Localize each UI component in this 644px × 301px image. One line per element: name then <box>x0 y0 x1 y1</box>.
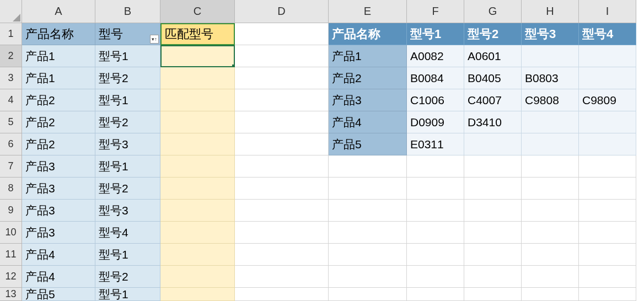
col-header-H[interactable]: H <box>522 0 579 23</box>
cell-E10[interactable] <box>329 222 407 244</box>
cell-H6[interactable] <box>522 133 579 155</box>
cell-G11[interactable] <box>464 244 522 266</box>
cell-E2[interactable]: 产品1 <box>329 45 407 67</box>
row-header-9[interactable]: 9 <box>0 200 22 222</box>
cell-C2-active[interactable] <box>160 45 235 67</box>
col-header-I[interactable]: I <box>579 0 636 23</box>
cell-I3[interactable] <box>579 67 636 89</box>
cell-G2[interactable]: A0601 <box>464 45 522 67</box>
row-header-12[interactable]: 12 <box>0 266 22 288</box>
cell-F12[interactable] <box>407 266 464 288</box>
cell-H7[interactable] <box>522 155 579 178</box>
cell-I1[interactable]: 型号4 <box>579 23 636 45</box>
cell-H2[interactable] <box>522 45 579 67</box>
cell-H1[interactable]: 型号3 <box>522 23 579 45</box>
cell-I10[interactable] <box>579 222 636 244</box>
col-header-C[interactable]: C <box>160 0 235 23</box>
cell-E12[interactable] <box>329 266 407 288</box>
cell-F1[interactable]: 型号1 <box>407 23 464 45</box>
row-header-5[interactable]: 5 <box>0 111 22 133</box>
cell-B8[interactable]: 型号2 <box>95 178 160 200</box>
cell-C3[interactable] <box>160 67 235 89</box>
cell-D5[interactable] <box>235 111 329 133</box>
cell-C11[interactable] <box>160 244 235 266</box>
cell-I8[interactable] <box>579 178 636 200</box>
cell-D9[interactable] <box>235 200 329 222</box>
col-header-B[interactable]: B <box>95 0 160 23</box>
cell-I12[interactable] <box>579 266 636 288</box>
col-header-D[interactable]: D <box>235 0 329 23</box>
cell-I7[interactable] <box>579 155 636 178</box>
cell-B9[interactable]: 型号3 <box>95 200 160 222</box>
cell-D8[interactable] <box>235 178 329 200</box>
cell-H11[interactable] <box>522 244 579 266</box>
cell-D6[interactable] <box>235 133 329 155</box>
row-header-7[interactable]: 7 <box>0 155 22 178</box>
cell-D13[interactable] <box>235 288 329 301</box>
select-all-corner[interactable] <box>0 0 22 23</box>
cell-G12[interactable] <box>464 266 522 288</box>
cell-D3[interactable] <box>235 67 329 89</box>
cell-D12[interactable] <box>235 266 329 288</box>
cell-I5[interactable] <box>579 111 636 133</box>
cell-A10[interactable]: 产品3 <box>22 222 95 244</box>
cell-G6[interactable] <box>464 133 522 155</box>
cell-A9[interactable]: 产品3 <box>22 200 95 222</box>
cell-B5[interactable]: 型号2 <box>95 111 160 133</box>
cell-B2[interactable]: 型号1 <box>95 45 160 67</box>
col-header-E[interactable]: E <box>329 0 407 23</box>
cell-E13[interactable] <box>329 288 407 301</box>
cell-E5[interactable]: 产品4 <box>329 111 407 133</box>
cell-I4[interactable]: C9809 <box>579 89 636 111</box>
spreadsheet-grid[interactable]: A B C D E F G H I 1 产品名称 型号 ▾↑ 匹配型号 产品名称… <box>0 0 644 301</box>
cell-C10[interactable] <box>160 222 235 244</box>
cell-D11[interactable] <box>235 244 329 266</box>
cell-E4[interactable]: 产品3 <box>329 89 407 111</box>
cell-A3[interactable]: 产品1 <box>22 67 95 89</box>
cell-H5[interactable] <box>522 111 579 133</box>
cell-H9[interactable] <box>522 200 579 222</box>
row-header-8[interactable]: 8 <box>0 178 22 200</box>
cell-E1[interactable]: 产品名称 <box>329 23 407 45</box>
cell-G4[interactable]: C4007 <box>464 89 522 111</box>
row-header-11[interactable]: 11 <box>0 244 22 266</box>
cell-D10[interactable] <box>235 222 329 244</box>
row-header-13[interactable]: 13 <box>0 288 22 301</box>
cell-I2[interactable] <box>579 45 636 67</box>
cell-A2[interactable]: 产品1 <box>22 45 95 67</box>
cell-C12[interactable] <box>160 266 235 288</box>
cell-I11[interactable] <box>579 244 636 266</box>
cell-H3[interactable]: B0803 <box>522 67 579 89</box>
cell-A13[interactable]: 产品5 <box>22 288 95 301</box>
cell-B6[interactable]: 型号3 <box>95 133 160 155</box>
cell-F8[interactable] <box>407 178 464 200</box>
cell-E11[interactable] <box>329 244 407 266</box>
filter-dropdown-icon[interactable]: ▾↑ <box>150 35 159 44</box>
cell-F4[interactable]: C1006 <box>407 89 464 111</box>
cell-G8[interactable] <box>464 178 522 200</box>
cell-A11[interactable]: 产品4 <box>22 244 95 266</box>
cell-I6[interactable] <box>579 133 636 155</box>
cell-F11[interactable] <box>407 244 464 266</box>
cell-G7[interactable] <box>464 155 522 178</box>
cell-C4[interactable] <box>160 89 235 111</box>
cell-F9[interactable] <box>407 200 464 222</box>
cell-F10[interactable] <box>407 222 464 244</box>
cell-B11[interactable]: 型号1 <box>95 244 160 266</box>
cell-F5[interactable]: D0909 <box>407 111 464 133</box>
row-header-10[interactable]: 10 <box>0 222 22 244</box>
cell-F2[interactable]: A0082 <box>407 45 464 67</box>
cell-G5[interactable]: D3410 <box>464 111 522 133</box>
cell-I9[interactable] <box>579 200 636 222</box>
cell-A12[interactable]: 产品4 <box>22 266 95 288</box>
cell-B13[interactable]: 型号1 <box>95 288 160 301</box>
cell-F13[interactable] <box>407 288 464 301</box>
cell-H12[interactable] <box>522 266 579 288</box>
cell-A6[interactable]: 产品2 <box>22 133 95 155</box>
cell-D7[interactable] <box>235 155 329 178</box>
cell-F7[interactable] <box>407 155 464 178</box>
cell-D4[interactable] <box>235 89 329 111</box>
cell-G10[interactable] <box>464 222 522 244</box>
row-header-1[interactable]: 1 <box>0 23 22 45</box>
cell-F6[interactable]: E0311 <box>407 133 464 155</box>
